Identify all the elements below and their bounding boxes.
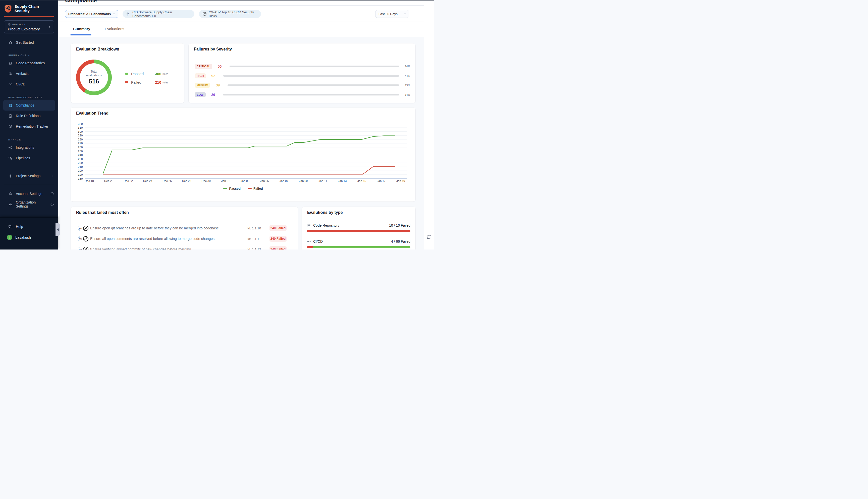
svg-text:Jan 07: Jan 07 xyxy=(280,179,288,182)
failed-rule-row[interactable]: CISEnsure open git branches are up to da… xyxy=(77,223,287,233)
card-title: Failures by Severity xyxy=(194,47,232,51)
legend-value: 210 xyxy=(155,80,161,84)
by-type-label: CI/CD xyxy=(313,240,323,243)
by-type-value: 10 / 10 Failed xyxy=(389,223,410,227)
active-tab-indicator xyxy=(70,34,91,35)
compliance-icon xyxy=(8,103,13,108)
legend-label: Passed xyxy=(131,72,144,76)
sidebar-item-label: Pipelines xyxy=(16,156,30,160)
severity-count: 29 xyxy=(211,93,223,97)
sidebar-collapse-handle[interactable] xyxy=(55,223,60,236)
chat-bubble-icon[interactable] xyxy=(426,234,432,240)
sidebar-item-compliance[interactable]: Compliance xyxy=(3,100,55,111)
user-menu[interactable]: L Lavakush xyxy=(0,235,58,240)
owasp-icon xyxy=(83,246,89,250)
project-name: Product Exploratory xyxy=(8,27,40,31)
app-title: Supply ChainSecurity xyxy=(15,4,39,13)
svg-text:270: 270 xyxy=(78,142,83,145)
sidebar-item-remediation-tracker[interactable]: Remediation Tracker xyxy=(0,121,58,132)
card-title: Rules that failed most often xyxy=(76,210,129,215)
svg-text:Dec 20: Dec 20 xyxy=(104,179,113,182)
sidebar-item-help[interactable]: ? Help xyxy=(0,222,58,232)
severity-percent: 19% xyxy=(402,84,410,87)
svg-text:Jan 19: Jan 19 xyxy=(396,179,405,182)
home-icon xyxy=(8,40,13,45)
brand-divider xyxy=(4,16,54,16)
failed-rules-card: Rules that failed most often CISEnsure o… xyxy=(71,207,298,250)
evaluations-donut-chart: Totalevaluations 516 xyxy=(76,60,112,95)
artifacts-icon xyxy=(8,72,13,76)
info-icon xyxy=(50,192,54,196)
svg-text:Jan 13: Jan 13 xyxy=(338,179,347,182)
trend-legend-failed: Failed xyxy=(248,187,263,191)
by-type-row-code-repository: Code Repository10 / 10 Failed xyxy=(307,223,410,232)
sidebar-item-label: Get Started xyxy=(16,40,34,45)
severity-percent: 44% xyxy=(402,74,410,77)
svg-text:220: 220 xyxy=(78,161,83,164)
sidebar-item-rule-definitions[interactable]: Rule Definitions xyxy=(0,111,58,121)
divider xyxy=(4,185,54,185)
svg-text:190: 190 xyxy=(78,173,83,176)
sidebar-item-account-settings[interactable]: Account Settings xyxy=(0,188,58,199)
svg-text:Dec 18: Dec 18 xyxy=(85,179,94,182)
sidebar-item-label: Integrations xyxy=(16,145,34,149)
project-selector[interactable]: PROJECT Product Exploratory xyxy=(4,20,54,34)
svg-text:300: 300 xyxy=(78,130,83,133)
severity-count: 92 xyxy=(211,74,223,78)
svg-text:CIS: CIS xyxy=(127,13,129,15)
sidebar-item-code-repositories[interactable]: Code Repositories xyxy=(0,58,58,68)
sidebar-section-label: SUPPLY CHAIN xyxy=(8,53,54,57)
sidebar-item-label: Account Settings xyxy=(16,192,42,196)
database-icon xyxy=(307,223,311,227)
sidebar-item-integrations[interactable]: Integrations xyxy=(0,142,58,153)
severity-percent: 14% xyxy=(402,93,410,96)
org-icon xyxy=(8,202,13,207)
sidebar-item-label: Rule Definitions xyxy=(16,114,40,118)
svg-text:200: 200 xyxy=(78,169,83,172)
svg-text:310: 310 xyxy=(78,126,83,129)
apps-grid-icon[interactable] xyxy=(50,6,55,10)
rule-description: Ensure open git branches are up to date … xyxy=(90,226,247,230)
integrations-icon xyxy=(8,145,13,150)
sidebar-item-pipelines[interactable]: Pipelines xyxy=(0,153,58,163)
legend-unit: rules xyxy=(162,81,168,84)
sidebar-item-get-started[interactable]: Get Started xyxy=(0,38,58,47)
owasp-icon xyxy=(83,236,89,242)
severity-bar xyxy=(227,84,399,86)
svg-text:250: 250 xyxy=(78,150,83,153)
sidebar-item-organization-settings[interactable]: Organization Settings xyxy=(0,199,58,209)
legend-swatch xyxy=(125,73,128,75)
cube-icon xyxy=(8,23,11,26)
card-title: Evaluation Breakdown xyxy=(76,47,119,51)
help-chat-icon: ? xyxy=(8,224,13,229)
donut-total: 516 xyxy=(89,78,99,85)
svg-text:320: 320 xyxy=(78,122,83,125)
sidebar-item-label: Compliance xyxy=(16,103,34,107)
sidebar-item-project-settings[interactable]: Project Settings xyxy=(0,171,58,181)
svg-text:180: 180 xyxy=(78,177,83,180)
failed-rule-row[interactable]: CISEnsure verifying signed commits of ne… xyxy=(77,244,287,250)
benchmark-chip-owasp[interactable]: OWASP Top 10 CI/CD Security Risks xyxy=(199,10,261,18)
failed-count-badge: 240 Failed xyxy=(270,246,287,250)
evaluation-trend-card: Evaluation Trend 18019020021022023024025… xyxy=(71,108,416,202)
rule-definitions-icon xyxy=(8,114,13,118)
remediation-tracker-icon xyxy=(8,124,13,129)
date-range-dropdown[interactable]: Last 30 Days xyxy=(375,10,409,18)
failed-rule-row[interactable]: CISEnsure all open comments are resolved… xyxy=(77,233,287,244)
standards-dropdown[interactable]: Standards: All Benchmarks xyxy=(65,10,118,18)
main-content: Evaluation Breakdown Totalevaluations 51… xyxy=(58,37,424,250)
page-header: Compliance xyxy=(58,0,424,5)
legend-swatch xyxy=(248,188,252,189)
tab-summary[interactable]: Summary xyxy=(73,27,90,31)
severity-row-medium: MEDIUM3919% xyxy=(195,82,410,88)
divider xyxy=(4,167,54,167)
sidebar-item-ci-cd[interactable]: CI/CD xyxy=(0,79,58,89)
benchmark-chip-cis[interactable]: CIS CIS Software Supply Chain Benchmarks… xyxy=(123,10,195,18)
sidebar-section-label: RISK AND COMPLIANCE xyxy=(8,95,54,99)
page-title: Compliance xyxy=(65,0,97,4)
sidebar-item-artifacts[interactable]: Artifacts xyxy=(0,68,58,79)
tab-evaluations[interactable]: Evaluations xyxy=(105,27,124,31)
evaluations-by-type-card: Evalutions by type Code Repository10 / 1… xyxy=(302,207,416,250)
legend-swatch xyxy=(223,188,227,189)
sidebar-section-label: MANAGE xyxy=(8,137,54,142)
